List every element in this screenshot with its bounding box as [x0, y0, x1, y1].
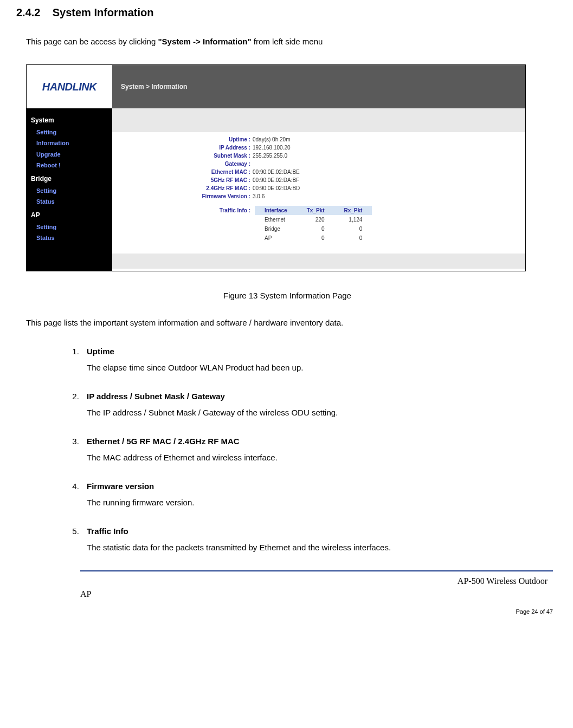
traffic-cell-rx: 0 — [334, 233, 372, 243]
content-header-bar — [112, 108, 525, 132]
term-mac: Ethernet / 5G RF MAC / 2.4GHz RF MAC — [87, 435, 558, 448]
traffic-cell-rx: 0 — [334, 224, 372, 233]
label-5gmac: 5GHz RF MAC : — [156, 176, 253, 184]
label-gateway: Gateway : — [156, 160, 253, 168]
traffic-cell-iface: Ethernet — [255, 215, 297, 224]
label-mask: Subnet Mask : — [156, 152, 253, 160]
body-ip: The IP address / Subnet Mask / Gateway o… — [87, 408, 338, 417]
value-5gmac: 00:90:0E:02:DA:BF — [253, 176, 299, 184]
section-title: System Information — [53, 6, 154, 18]
intro-bold: "System -> Information" — [158, 37, 251, 46]
figure-caption: Figure 13 System Information Page — [16, 290, 558, 302]
label-uptime: Uptime : — [156, 135, 253, 144]
traffic-cell-tx: 0 — [297, 233, 334, 243]
description-paragraph: This page lists the important system inf… — [26, 317, 558, 329]
definition-list: Uptime The elapse time since Outdoor WLA… — [70, 346, 558, 554]
nav-item-reboot[interactable]: Reboot ! — [27, 160, 112, 171]
list-item: Firmware version The running firmware ve… — [81, 480, 558, 509]
nav-head-ap: AP — [27, 207, 112, 222]
term-ip: IP address / Subnet Mask / Gateway — [87, 391, 558, 403]
value-uptime: 0day(s) 0h 20m — [253, 135, 290, 144]
footer-ap: AP — [80, 588, 553, 601]
nav-item-bridge-setting[interactable]: Setting — [27, 185, 112, 197]
footer-row: AP-500 Wireless Outdoor — [80, 575, 553, 588]
term-fw: Firmware version — [87, 480, 558, 493]
value-24gmac: 00:90:0E:02:DA:BD — [253, 184, 300, 192]
brand-logo: HANDLINK — [27, 65, 112, 108]
body-uptime: The elapse time since Outdoor WLAN Produ… — [87, 363, 303, 372]
label-ip: IP Address : — [156, 144, 253, 152]
info-table: Uptime :0day(s) 0h 20m IP Address :192.1… — [156, 135, 525, 200]
traffic-cell-iface: Bridge — [255, 224, 297, 233]
footer-title: AP-500 Wireless Outdoor — [80, 575, 553, 588]
value-fw: 3.0.6 — [253, 192, 265, 200]
body-fw: The running firmware version. — [87, 498, 194, 507]
body-traffic: The statistic data for the packets trans… — [87, 543, 391, 552]
list-item: Ethernet / 5G RF MAC / 2.4GHz RF MAC The… — [81, 435, 558, 464]
traffic-cell-rx: 1,124 — [334, 215, 372, 224]
traffic-table: Interface Tx_Pkt Rx_Pkt Ethernet 220 1,1… — [255, 206, 372, 243]
traffic-row: AP 0 0 — [255, 233, 372, 243]
nav-item-upgrade[interactable]: Upgrade — [27, 149, 112, 160]
content-pane: Uptime :0day(s) 0h 20m IP Address :192.1… — [112, 108, 525, 271]
value-ip: 192.168.100.20 — [253, 144, 291, 152]
list-item: Traffic Info The statistic data for the … — [81, 525, 558, 554]
nav-item-ap-status[interactable]: Status — [27, 232, 112, 244]
traffic-th-rx: Rx_Pkt — [334, 206, 372, 215]
screenshot-header: HANDLINK System > Information — [27, 65, 525, 108]
traffic-th-iface: Interface — [255, 206, 297, 215]
page-number: Page 24 of 47 — [16, 607, 553, 616]
value-mask: 255.255.255.0 — [253, 152, 287, 160]
section-heading: 2.4.2 System Information — [16, 4, 558, 21]
traffic-row: Ethernet 220 1,124 — [255, 215, 372, 224]
label-traffic: Traffic Info : — [156, 206, 253, 214]
traffic-cell-tx: 0 — [297, 224, 334, 233]
list-item: Uptime The elapse time since Outdoor WLA… — [81, 346, 558, 374]
traffic-row: Bridge 0 0 — [255, 224, 372, 233]
nav-item-bridge-status[interactable]: Status — [27, 196, 112, 207]
label-fw: Firmware Version : — [156, 192, 253, 200]
value-ethmac: 00:90:0E:02:DA:BE — [253, 168, 300, 176]
nav-item-information[interactable]: Information — [27, 138, 112, 149]
label-ethmac: Ethernet MAC : — [156, 168, 253, 176]
section-number: 2.4.2 — [16, 6, 40, 18]
nav-item-ap-setting[interactable]: Setting — [27, 222, 112, 233]
body-mac: The MAC address of Ethernet and wireless… — [87, 453, 278, 462]
screenshot: HANDLINK System > Information System Set… — [26, 64, 526, 271]
label-24gmac: 2.4GHz RF MAC : — [156, 184, 253, 192]
traffic-th-tx: Tx_Pkt — [297, 206, 334, 215]
intro-pre: This page can be access by clicking — [26, 37, 158, 46]
footer-rule — [80, 570, 553, 571]
content-footer-bar — [112, 253, 525, 269]
term-uptime: Uptime — [87, 346, 558, 358]
list-item: IP address / Subnet Mask / Gateway The I… — [81, 391, 558, 419]
nav-head-system: System — [27, 113, 112, 127]
term-traffic: Traffic Info — [87, 525, 558, 538]
sidebar-nav: System Setting Information Upgrade Reboo… — [27, 108, 112, 271]
breadcrumb-bar: System > Information — [112, 65, 525, 108]
intro-paragraph: This page can be access by clicking "Sys… — [26, 36, 558, 48]
nav-head-bridge: Bridge — [27, 171, 112, 185]
traffic-cell-tx: 220 — [297, 215, 334, 224]
traffic-cell-iface: AP — [255, 233, 297, 243]
nav-item-setting[interactable]: Setting — [27, 127, 112, 138]
intro-post: from left side menu — [252, 37, 323, 46]
